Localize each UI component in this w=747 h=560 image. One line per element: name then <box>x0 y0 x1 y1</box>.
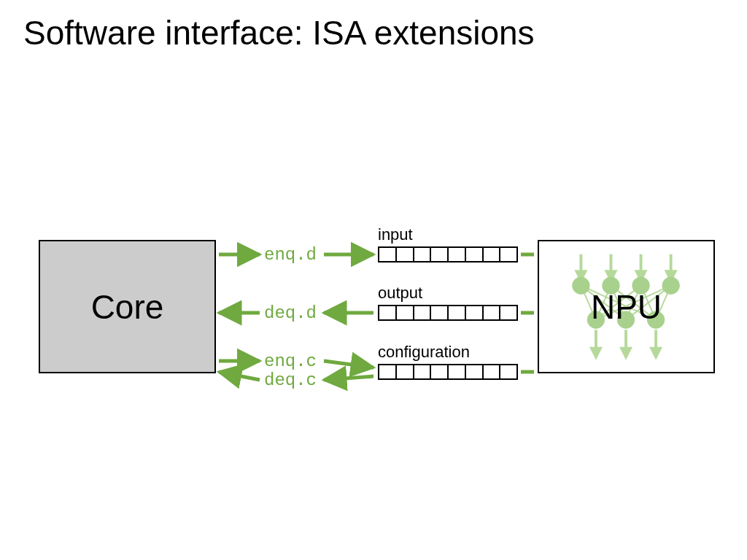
arrow-deqc-to-core <box>219 372 260 380</box>
buffer-config <box>378 364 518 380</box>
slide: Software interface: ISA extensions Core <box>0 0 747 560</box>
instr-enq-c: enq.c <box>264 351 317 371</box>
core-label: Core <box>91 287 164 327</box>
buffer-output <box>378 305 518 321</box>
core-box: Core <box>39 240 216 373</box>
instr-deq-c: deq.c <box>264 370 317 390</box>
arrow-config-to-deqc <box>324 376 374 380</box>
arrow-enqc-to-config <box>324 361 374 368</box>
instr-enq-d: enq.d <box>264 245 317 265</box>
page-title: Software interface: ISA extensions <box>23 13 535 52</box>
svg-point-23 <box>662 277 679 294</box>
svg-marker-32 <box>651 349 660 357</box>
npu-label: NPU <box>591 287 662 327</box>
svg-point-20 <box>573 277 589 294</box>
svg-marker-28 <box>592 349 600 357</box>
buffer-input <box>378 246 518 262</box>
label-input: input <box>378 225 413 244</box>
svg-marker-30 <box>622 349 630 357</box>
npu-box: NPU <box>538 240 715 373</box>
instr-deq-d: deq.d <box>264 303 317 323</box>
label-output: output <box>378 284 422 303</box>
label-config: configuration <box>378 343 470 362</box>
